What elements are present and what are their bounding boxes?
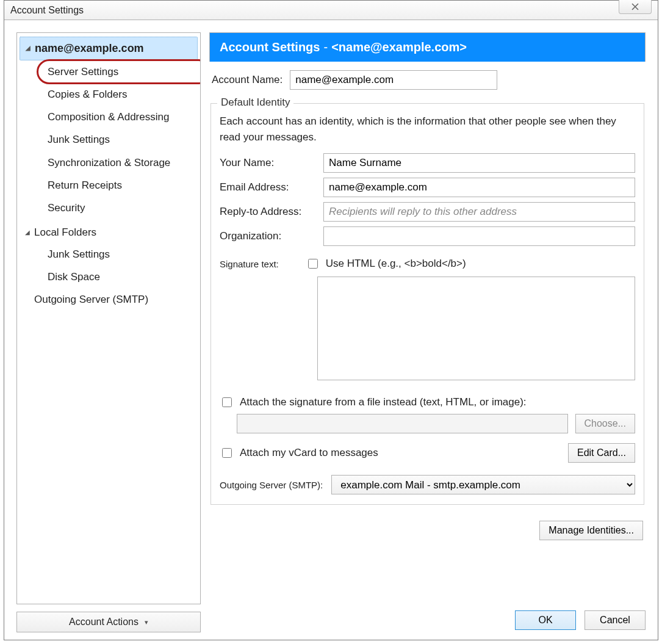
tree-account-root[interactable]: ◢ name@example.com: [20, 37, 198, 60]
tree-item-copies-folders[interactable]: Copies & Folders: [43, 83, 198, 106]
close-icon: [631, 3, 639, 10]
dialog-footer: OK Cancel: [209, 604, 646, 632]
tree-item-sync-storage[interactable]: Synchronization & Storage: [43, 151, 198, 174]
close-button[interactable]: [619, 0, 652, 14]
tree-local-folders[interactable]: ◢ Local Folders: [20, 222, 198, 243]
fieldset-legend: Default Identity: [217, 96, 293, 109]
replyto-label: Reply-to Address:: [220, 206, 317, 218]
smtp-label: Outgoing Server (SMTP):: [220, 480, 323, 490]
dropdown-icon: ▾: [145, 618, 148, 626]
signature-file-input: [237, 414, 568, 433]
tree-item-junk[interactable]: Junk Settings: [43, 128, 198, 151]
use-html-checkbox[interactable]: [308, 259, 318, 269]
attach-vcard-checkbox[interactable]: [222, 448, 232, 458]
window-title: Account Settings: [10, 5, 84, 16]
signature-label: Signature text:: [220, 259, 279, 269]
organization-input[interactable]: [323, 226, 635, 246]
attach-file-checkbox[interactable]: [222, 397, 232, 407]
panel-subtitle: <name@example.com>: [331, 40, 467, 54]
ok-button[interactable]: OK: [515, 610, 576, 630]
use-html-checkbox-label[interactable]: Use HTML (e.g., <b>bold</b>): [306, 257, 466, 270]
tree-item-local-junk[interactable]: Junk Settings: [43, 243, 198, 266]
account-actions-button[interactable]: Account Actions ▾: [16, 612, 201, 632]
replyto-input[interactable]: [323, 202, 635, 222]
tree-item-return-receipts[interactable]: Return Receipts: [43, 174, 198, 197]
account-name-input[interactable]: [290, 70, 497, 90]
edit-card-button[interactable]: Edit Card...: [568, 443, 635, 463]
tree-item-disk-space[interactable]: Disk Space: [43, 266, 198, 288]
smtp-select[interactable]: example.com Mail - smtp.example.com: [331, 475, 635, 494]
main-panel: Account Settings - <name@example.com> Ac…: [209, 32, 646, 632]
organization-label: Organization:: [220, 230, 317, 242]
account-settings-window: Account Settings ◢ name@example.com Serv…: [4, 0, 658, 640]
tree-account-label: name@example.com: [35, 40, 144, 57]
account-tree: ◢ name@example.com Server Settings Copie…: [16, 32, 201, 604]
email-input[interactable]: [323, 178, 635, 197]
tree-item-composition[interactable]: Composition & Addressing: [43, 106, 198, 128]
attach-vcard-checkbox-label[interactable]: Attach my vCard to messages: [220, 446, 378, 460]
attach-file-checkbox-label[interactable]: Attach the signature from a file instead…: [220, 396, 635, 409]
manage-identities-button[interactable]: Manage Identities...: [539, 521, 643, 540]
identity-description: Each account has an identity, which is t…: [220, 114, 635, 145]
signature-textarea[interactable]: [317, 277, 635, 380]
panel-title: Account Settings: [220, 40, 320, 54]
email-label: Email Address:: [220, 181, 317, 194]
sidebar: ◢ name@example.com Server Settings Copie…: [16, 32, 201, 632]
account-name-label: Account Name:: [212, 74, 282, 86]
tree-item-security[interactable]: Security: [43, 197, 198, 219]
titlebar: Account Settings: [4, 1, 658, 20]
choose-file-button[interactable]: Choose...: [575, 414, 635, 433]
tree-item-outgoing-smtp[interactable]: Outgoing Server (SMTP): [20, 289, 198, 310]
cancel-button[interactable]: Cancel: [585, 610, 646, 630]
tree-item-server-settings[interactable]: Server Settings: [43, 60, 198, 83]
twisty-icon: ◢: [23, 228, 32, 237]
default-identity-fieldset: Default Identity Each account has an ide…: [210, 103, 644, 505]
your-name-label: Your Name:: [220, 157, 317, 169]
twisty-icon: ◢: [24, 44, 32, 52]
panel-header: Account Settings - <name@example.com>: [209, 32, 646, 62]
your-name-input[interactable]: [323, 153, 635, 173]
